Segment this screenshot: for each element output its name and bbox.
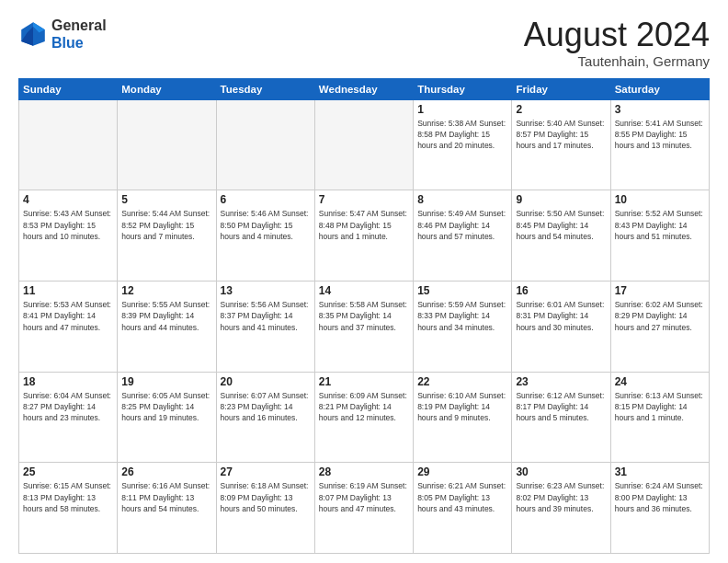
- day-number: 10: [615, 193, 705, 206]
- day-number: 22: [417, 375, 507, 388]
- day-info: Sunrise: 5:41 AM Sunset: 8:55 PM Dayligh…: [615, 118, 705, 152]
- table-row: [19, 99, 118, 190]
- table-row: 19Sunrise: 6:05 AM Sunset: 8:25 PM Dayli…: [118, 372, 216, 463]
- day-info: Sunrise: 5:43 AM Sunset: 8:53 PM Dayligh…: [23, 208, 113, 242]
- day-info: Sunrise: 5:53 AM Sunset: 8:41 PM Dayligh…: [23, 299, 113, 333]
- calendar-week-1: 1Sunrise: 5:38 AM Sunset: 8:58 PM Daylig…: [19, 99, 710, 190]
- table-row: 24Sunrise: 6:13 AM Sunset: 8:15 PM Dayli…: [610, 372, 709, 463]
- table-row: 15Sunrise: 5:59 AM Sunset: 8:33 PM Dayli…: [414, 281, 512, 372]
- table-row: 5Sunrise: 5:44 AM Sunset: 8:52 PM Daylig…: [118, 190, 216, 282]
- day-number: 12: [121, 284, 211, 297]
- day-info: Sunrise: 6:01 AM Sunset: 8:31 PM Dayligh…: [516, 299, 606, 333]
- table-row: 13Sunrise: 5:56 AM Sunset: 8:37 PM Dayli…: [216, 281, 314, 372]
- day-number: 20: [221, 375, 311, 388]
- col-saturday: Saturday: [610, 78, 709, 99]
- col-thursday: Thursday: [414, 78, 512, 99]
- col-monday: Monday: [118, 78, 216, 99]
- day-info: Sunrise: 6:02 AM Sunset: 8:29 PM Dayligh…: [615, 299, 705, 333]
- day-number: 17: [615, 284, 705, 297]
- day-info: Sunrise: 5:50 AM Sunset: 8:45 PM Dayligh…: [516, 208, 606, 242]
- table-row: 17Sunrise: 6:02 AM Sunset: 8:29 PM Dayli…: [610, 281, 709, 372]
- day-number: 25: [23, 465, 113, 478]
- logo: General Blue: [18, 17, 107, 52]
- day-info: Sunrise: 5:40 AM Sunset: 8:57 PM Dayligh…: [516, 118, 606, 152]
- day-number: 23: [516, 375, 606, 388]
- day-info: Sunrise: 6:23 AM Sunset: 8:02 PM Dayligh…: [516, 480, 606, 514]
- header: General Blue August 2024 Tautenhain, Ger…: [18, 17, 710, 69]
- table-row: 22Sunrise: 6:10 AM Sunset: 8:19 PM Dayli…: [414, 372, 512, 463]
- logo-blue-text: Blue: [51, 35, 84, 51]
- day-info: Sunrise: 6:10 AM Sunset: 8:19 PM Dayligh…: [417, 390, 507, 424]
- table-row: 18Sunrise: 6:04 AM Sunset: 8:27 PM Dayli…: [19, 372, 118, 463]
- calendar-week-3: 11Sunrise: 5:53 AM Sunset: 8:41 PM Dayli…: [19, 281, 710, 372]
- day-info: Sunrise: 5:47 AM Sunset: 8:48 PM Dayligh…: [319, 208, 409, 242]
- day-number: 14: [319, 284, 409, 297]
- day-number: 9: [516, 193, 606, 206]
- day-info: Sunrise: 5:58 AM Sunset: 8:35 PM Dayligh…: [319, 299, 409, 333]
- logo-text: General Blue: [51, 17, 107, 52]
- table-row: 30Sunrise: 6:23 AM Sunset: 8:02 PM Dayli…: [512, 463, 610, 554]
- title-month: August 2024: [524, 17, 710, 53]
- title-location: Tautenhain, Germany: [524, 53, 710, 69]
- day-number: 21: [319, 375, 409, 388]
- col-tuesday: Tuesday: [216, 78, 314, 99]
- day-number: 27: [221, 465, 311, 478]
- day-info: Sunrise: 6:24 AM Sunset: 8:00 PM Dayligh…: [615, 480, 705, 514]
- table-row: 8Sunrise: 5:49 AM Sunset: 8:46 PM Daylig…: [414, 190, 512, 282]
- calendar-week-4: 18Sunrise: 6:04 AM Sunset: 8:27 PM Dayli…: [19, 372, 710, 463]
- table-row: 27Sunrise: 6:18 AM Sunset: 8:09 PM Dayli…: [216, 463, 314, 554]
- table-row: 10Sunrise: 5:52 AM Sunset: 8:43 PM Dayli…: [610, 190, 709, 282]
- day-number: 8: [417, 193, 507, 206]
- day-number: 13: [221, 284, 311, 297]
- day-info: Sunrise: 6:04 AM Sunset: 8:27 PM Dayligh…: [23, 390, 113, 424]
- col-sunday: Sunday: [19, 78, 118, 99]
- table-row: 26Sunrise: 6:16 AM Sunset: 8:11 PM Dayli…: [118, 463, 216, 554]
- calendar-header-row: Sunday Monday Tuesday Wednesday Thursday…: [19, 78, 710, 99]
- day-number: 15: [417, 284, 507, 297]
- col-friday: Friday: [512, 78, 610, 99]
- table-row: 9Sunrise: 5:50 AM Sunset: 8:45 PM Daylig…: [512, 190, 610, 282]
- table-row: 11Sunrise: 5:53 AM Sunset: 8:41 PM Dayli…: [19, 281, 118, 372]
- calendar-table: Sunday Monday Tuesday Wednesday Thursday…: [18, 78, 710, 554]
- table-row: 6Sunrise: 5:46 AM Sunset: 8:50 PM Daylig…: [216, 190, 314, 282]
- day-info: Sunrise: 6:15 AM Sunset: 8:13 PM Dayligh…: [23, 480, 113, 514]
- table-row: 4Sunrise: 5:43 AM Sunset: 8:53 PM Daylig…: [19, 190, 118, 282]
- day-number: 28: [319, 465, 409, 478]
- day-number: 31: [615, 465, 705, 478]
- table-row: 23Sunrise: 6:12 AM Sunset: 8:17 PM Dayli…: [512, 372, 610, 463]
- day-info: Sunrise: 6:09 AM Sunset: 8:21 PM Dayligh…: [319, 390, 409, 424]
- day-info: Sunrise: 6:18 AM Sunset: 8:09 PM Dayligh…: [221, 480, 311, 514]
- table-row: 20Sunrise: 6:07 AM Sunset: 8:23 PM Dayli…: [216, 372, 314, 463]
- day-info: Sunrise: 5:55 AM Sunset: 8:39 PM Dayligh…: [121, 299, 211, 333]
- day-number: 3: [615, 103, 705, 116]
- logo-general: General: [51, 17, 107, 33]
- day-info: Sunrise: 6:19 AM Sunset: 8:07 PM Dayligh…: [319, 480, 409, 514]
- table-row: 12Sunrise: 5:55 AM Sunset: 8:39 PM Dayli…: [118, 281, 216, 372]
- day-info: Sunrise: 5:56 AM Sunset: 8:37 PM Dayligh…: [221, 299, 311, 333]
- table-row: 2Sunrise: 5:40 AM Sunset: 8:57 PM Daylig…: [512, 99, 610, 190]
- day-info: Sunrise: 6:07 AM Sunset: 8:23 PM Dayligh…: [221, 390, 311, 424]
- day-info: Sunrise: 6:21 AM Sunset: 8:05 PM Dayligh…: [417, 480, 507, 514]
- col-wednesday: Wednesday: [314, 78, 413, 99]
- logo-icon: [18, 19, 48, 49]
- table-row: [118, 99, 216, 190]
- day-number: 5: [121, 193, 211, 206]
- day-number: 29: [417, 465, 507, 478]
- day-info: Sunrise: 6:16 AM Sunset: 8:11 PM Dayligh…: [121, 480, 211, 514]
- day-number: 2: [516, 103, 606, 116]
- table-row: 25Sunrise: 6:15 AM Sunset: 8:13 PM Dayli…: [19, 463, 118, 554]
- day-number: 26: [121, 465, 211, 478]
- table-row: 7Sunrise: 5:47 AM Sunset: 8:48 PM Daylig…: [314, 190, 413, 282]
- day-info: Sunrise: 6:12 AM Sunset: 8:17 PM Dayligh…: [516, 390, 606, 424]
- day-info: Sunrise: 5:52 AM Sunset: 8:43 PM Dayligh…: [615, 208, 705, 242]
- table-row: [216, 99, 314, 190]
- day-number: 18: [23, 375, 113, 388]
- day-info: Sunrise: 5:44 AM Sunset: 8:52 PM Dayligh…: [121, 208, 211, 242]
- calendar-week-2: 4Sunrise: 5:43 AM Sunset: 8:53 PM Daylig…: [19, 190, 710, 282]
- table-row: 14Sunrise: 5:58 AM Sunset: 8:35 PM Dayli…: [314, 281, 413, 372]
- day-info: Sunrise: 6:13 AM Sunset: 8:15 PM Dayligh…: [615, 390, 705, 424]
- day-number: 7: [319, 193, 409, 206]
- table-row: 28Sunrise: 6:19 AM Sunset: 8:07 PM Dayli…: [314, 463, 413, 554]
- day-number: 24: [615, 375, 705, 388]
- table-row: 3Sunrise: 5:41 AM Sunset: 8:55 PM Daylig…: [610, 99, 709, 190]
